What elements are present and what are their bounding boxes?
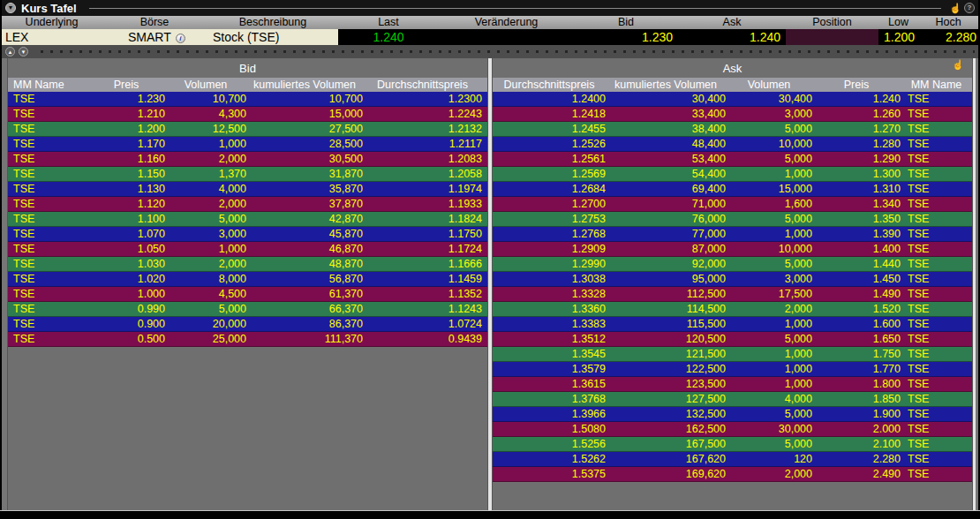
table-row[interactable]: TSE1.1202,00037,8701.1933 (8, 197, 487, 212)
cell: 30,400 (606, 92, 726, 106)
cell: TSE (8, 332, 87, 346)
table-row[interactable]: 1.256954,4001,0001.300TSE (493, 167, 972, 182)
cell: 1,000 (726, 317, 812, 331)
table-row[interactable]: 1.252648,40010,0001.280TSE (493, 137, 972, 152)
table-row[interactable]: TSE1.0302,00048,8701.1666 (8, 257, 487, 272)
table-row[interactable]: 1.3512120,5005,0001.650TSE (493, 332, 972, 347)
table-row[interactable]: 1.3545121,5001,0001.750TSE (493, 347, 972, 362)
description-cell[interactable]: Stock (TSE) (207, 29, 338, 45)
cell: 92,000 (606, 257, 726, 271)
cell: 1.5262 (493, 452, 606, 466)
panel-hand-icon[interactable]: ☝ (952, 60, 964, 70)
table-row[interactable]: 1.5262167,6201202.280TSE (493, 452, 972, 467)
cell: 167,500 (606, 437, 726, 451)
splitter-bar[interactable]: ▲ ▼ (2, 45, 978, 58)
table-row[interactable]: 1.268469,40015,0001.310TSE (493, 182, 972, 197)
cell: 1.800 (812, 377, 901, 391)
table-row[interactable]: 1.299092,0005,0001.440TSE (493, 257, 972, 272)
cell: TSE (8, 167, 87, 181)
table-row[interactable]: 1.290987,00010,0001.400TSE (493, 242, 972, 257)
table-row[interactable]: TSE1.2104,30015,0001.2243 (8, 107, 487, 122)
table-row[interactable]: 1.256153,4005,0001.290TSE (493, 152, 972, 167)
cell: 1.3328 (493, 287, 606, 301)
table-row[interactable]: TSE0.90020,00086,3701.0724 (8, 317, 487, 332)
table-row[interactable]: 1.5375169,6202,0002.490TSE (493, 467, 972, 482)
table-row[interactable]: TSE1.0004,50061,3701.1352 (8, 287, 487, 302)
cell: 1.1933 (363, 197, 487, 211)
cell: 1.2526 (493, 137, 606, 151)
ask-table: 1.240030,40030,4001.240TSE1.241833,4003,… (493, 92, 972, 482)
exchange-cell[interactable]: SMARTi (102, 29, 207, 45)
table-row[interactable]: TSE1.1701,00028,5001.2117 (8, 137, 487, 152)
table-row[interactable]: 1.3383115,5001,0001.600TSE (493, 317, 972, 332)
table-row[interactable]: TSE1.1501,37031,8701.2058 (8, 167, 487, 182)
table-row[interactable]: 1.3615123,5001,0001.800TSE (493, 377, 972, 392)
cell: TSE (901, 197, 972, 211)
table-row[interactable]: TSE0.50025,000111,3700.9439 (8, 332, 487, 347)
table-row[interactable]: 1.270071,0001,6001.340TSE (493, 197, 972, 212)
table-row[interactable]: 1.245538,4005,0001.270TSE (493, 122, 972, 137)
cell: 162,500 (606, 422, 726, 436)
cell: 167,620 (606, 452, 726, 466)
table-row[interactable]: 1.3579122,5001,0001.770TSE (493, 362, 972, 377)
col-header-boerse: Börse (102, 16, 207, 29)
cell: 0.990 (87, 302, 165, 316)
cell: 1.850 (812, 392, 901, 406)
table-row[interactable]: 1.3360114,5002,0001.520TSE (493, 302, 972, 317)
table-row[interactable]: TSE1.1005,00042,8701.1824 (8, 212, 487, 227)
table-row[interactable]: TSE1.20012,50027,5001.2132 (8, 122, 487, 137)
cell: 1.2684 (493, 182, 606, 196)
cell: 111,370 (246, 332, 363, 346)
cell: 1.120 (87, 197, 165, 211)
cell: 12,500 (165, 122, 246, 136)
table-row[interactable]: 1.3768127,5004,0001.850TSE (493, 392, 972, 407)
cell: TSE (901, 272, 972, 286)
cell: 1.2569 (493, 167, 606, 181)
cell: 1.240 (812, 92, 901, 106)
table-row[interactable]: 1.3966132,5005,0001.900TSE (493, 407, 972, 422)
cell: TSE (8, 257, 87, 271)
collapse-panel-button[interactable]: ▼ (5, 3, 16, 13)
low-cell[interactable]: 1.200 (878, 29, 918, 45)
table-row[interactable]: 1.5256167,5005,0002.100TSE (493, 437, 972, 452)
cell: 0.900 (87, 317, 165, 331)
cell: 5,000 (726, 212, 812, 226)
scroll-up-button[interactable]: ▲ (5, 47, 15, 56)
cell: 53,400 (606, 152, 726, 166)
info-icon[interactable]: i (176, 34, 185, 43)
col-header-hoch: Hoch (918, 16, 978, 29)
table-row[interactable]: TSE1.0208,00056,8701.1459 (8, 272, 487, 287)
cell: TSE (8, 302, 87, 316)
table-row[interactable]: 1.276877,0001,0001.390TSE (493, 227, 972, 242)
help-icon[interactable]: ? (964, 3, 975, 13)
col-header-position: Position (786, 16, 878, 29)
table-row[interactable]: 1.303895,0003,0001.450TSE (493, 272, 972, 287)
table-row[interactable]: 1.5080162,50030,0002.000TSE (493, 422, 972, 437)
table-row[interactable]: TSE0.9905,00066,3701.1243 (8, 302, 487, 317)
underlying-cell[interactable]: LEX (2, 29, 102, 45)
high-cell[interactable]: 2.280 (918, 29, 978, 45)
ask-price-cell[interactable]: 1.240 (678, 29, 786, 45)
bid-price-cell[interactable]: 1.230 (574, 29, 678, 45)
cell: 132,500 (606, 407, 726, 421)
table-row[interactable]: 1.3328112,50017,5001.490TSE (493, 287, 972, 302)
change-cell[interactable] (439, 29, 574, 45)
cell: 8,000 (165, 272, 246, 286)
table-row[interactable]: TSE1.0501,00046,8701.1724 (8, 242, 487, 257)
cell: 20,000 (165, 317, 246, 331)
table-row[interactable]: TSE1.23010,70010,7001.2300 (8, 92, 487, 107)
table-row[interactable]: TSE1.0703,00045,8701.1750 (8, 227, 487, 242)
table-row[interactable]: 1.241833,4003,0001.260TSE (493, 107, 972, 122)
cell: 0.9439 (363, 332, 487, 346)
scroll-down-button[interactable]: ▼ (19, 47, 28, 56)
cell: 1.000 (87, 287, 165, 301)
hand-tool-icon[interactable]: ☝ (949, 4, 961, 13)
position-cell[interactable] (786, 29, 878, 45)
last-price-cell[interactable]: 1.240 (338, 29, 439, 45)
table-row[interactable]: TSE1.1602,00030,5001.2083 (8, 152, 487, 167)
col-header-last: Last (338, 16, 439, 29)
cell: 54,400 (606, 167, 726, 181)
table-row[interactable]: 1.275376,0005,0001.350TSE (493, 212, 972, 227)
table-row[interactable]: 1.240030,40030,4001.240TSE (493, 92, 972, 107)
table-row[interactable]: TSE1.1304,00035,8701.1974 (8, 182, 487, 197)
